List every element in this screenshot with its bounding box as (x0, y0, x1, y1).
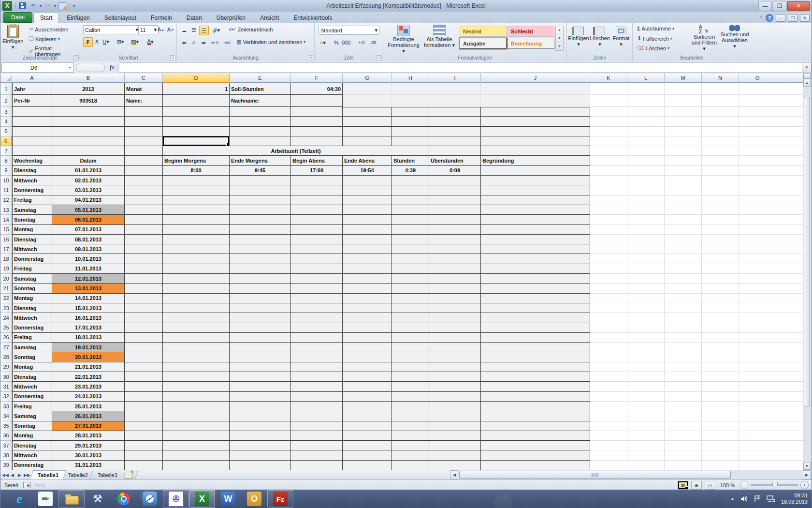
number-dialog-launcher[interactable]: ↘ (377, 55, 382, 60)
cell-F18[interactable] (291, 254, 343, 264)
cell-G37[interactable] (343, 441, 392, 450)
cell-M29[interactable] (665, 362, 702, 372)
cell-C16[interactable] (125, 235, 163, 244)
cell-M25[interactable] (665, 323, 702, 333)
cell-N14[interactable] (702, 215, 739, 224)
cell-N16[interactable] (702, 235, 739, 244)
cell-E24[interactable] (230, 313, 291, 323)
zoom-out-icon[interactable]: − (740, 481, 748, 489)
minimize-button[interactable]: — (758, 1, 772, 11)
cell-B23[interactable]: 15.01.2013 (52, 303, 125, 313)
cell-B11[interactable]: 03.01.2013 (52, 185, 125, 195)
cell-E37[interactable] (230, 441, 291, 450)
cell-J28[interactable] (481, 352, 590, 362)
font-dialog-launcher[interactable]: ↘ (170, 55, 175, 60)
cell-G13[interactable] (343, 205, 392, 215)
name-box-dropdown[interactable]: ▾ (66, 65, 73, 70)
clipboard-dialog-launcher[interactable]: ↘ (73, 55, 79, 60)
row-header-19[interactable]: 19 (0, 264, 12, 274)
cell-O8[interactable] (739, 156, 776, 165)
cell-C20[interactable] (125, 274, 163, 284)
cell-G15[interactable] (343, 225, 392, 235)
cell-D21[interactable] (163, 284, 230, 293)
cell-B17[interactable]: 09.01.2013 (52, 244, 125, 254)
column-header-G[interactable]: G (343, 74, 392, 83)
cell-B25[interactable]: 17.01.2013 (52, 323, 125, 333)
cell-J21[interactable] (481, 284, 590, 293)
cell-O34[interactable] (739, 411, 776, 421)
cell-F19[interactable] (291, 264, 343, 274)
cell-F6[interactable] (291, 136, 343, 146)
cell-M19[interactable] (665, 264, 702, 274)
cell-I39[interactable] (429, 461, 481, 470)
cell-O28[interactable] (739, 352, 776, 362)
cell-I11[interactable] (429, 185, 481, 195)
row-header-17[interactable]: 17 (0, 244, 12, 254)
row-header-4[interactable]: 4 (0, 117, 12, 126)
autosum-button[interactable]: ΣAutoSumme▾ (636, 25, 676, 32)
cell-G14[interactable] (343, 215, 392, 224)
cell-E4[interactable] (230, 117, 291, 126)
cell-I5[interactable] (429, 127, 481, 136)
cell-O32[interactable] (739, 392, 776, 402)
cell-N39[interactable] (702, 461, 739, 470)
cell-O24[interactable] (739, 313, 776, 323)
cell-P15[interactable] (776, 225, 804, 235)
cell-H28[interactable] (392, 352, 429, 362)
cell-K13[interactable] (590, 205, 627, 215)
cell-B1[interactable]: 2013 (52, 83, 125, 95)
cell-P18[interactable] (776, 254, 804, 264)
cell-L5[interactable] (627, 127, 665, 136)
alignment-dialog-launcher[interactable]: ↘ (308, 55, 313, 60)
cell-E2[interactable]: Nachname: (230, 95, 291, 107)
cell-B10[interactable]: 02.01.2013 (52, 176, 125, 185)
cell-D24[interactable] (163, 313, 230, 323)
cell-J6[interactable] (481, 136, 590, 146)
cell-J35[interactable] (481, 421, 590, 431)
row-header-31[interactable]: 31 (0, 382, 12, 391)
align-left-icon[interactable]: ⬅ (180, 38, 188, 47)
cell-L38[interactable] (627, 450, 665, 460)
cell-H20[interactable] (392, 274, 429, 284)
align-right-icon[interactable]: ➡ (199, 38, 208, 47)
cell-O35[interactable] (739, 421, 776, 431)
cell-G11[interactable] (343, 185, 392, 195)
cell-D4[interactable] (163, 117, 230, 126)
row-header-36[interactable]: 36 (0, 431, 12, 441)
cell-J19[interactable] (481, 264, 590, 274)
column-header-C[interactable]: C (125, 74, 163, 83)
paste-button[interactable]: Einfügen▾ (2, 25, 23, 50)
cell-L14[interactable] (627, 215, 665, 224)
cell-J5[interactable] (481, 127, 590, 136)
cell-B21[interactable]: 13.01.2013 (52, 284, 125, 293)
cell-E6[interactable] (230, 136, 291, 146)
cell-E20[interactable] (230, 274, 291, 284)
cell-M35[interactable] (665, 421, 702, 431)
scroll-down-icon[interactable]: ▼ (803, 462, 811, 470)
cell-E31[interactable] (230, 382, 291, 391)
cell-I38[interactable] (429, 450, 481, 460)
cut-button[interactable]: ✂Ausschneiden (28, 26, 70, 33)
cell-J17[interactable] (481, 244, 590, 254)
cell-H21[interactable] (392, 284, 429, 293)
cell-D31[interactable] (163, 382, 230, 391)
cell-C11[interactable] (125, 185, 163, 195)
cell-I22[interactable] (429, 294, 481, 303)
cell-D12[interactable] (163, 195, 230, 205)
cell-F30[interactable] (291, 372, 343, 382)
cell-I30[interactable] (429, 372, 481, 382)
cell-O3[interactable] (739, 107, 776, 117)
cell-M27[interactable] (665, 343, 702, 352)
cell-K33[interactable] (590, 402, 627, 411)
cell-N28[interactable] (702, 352, 739, 362)
taskbar-item-scroll-app[interactable]: ✇ (163, 490, 189, 508)
cell-L30[interactable] (627, 372, 665, 382)
cell-G28[interactable] (343, 352, 392, 362)
tab-überprüfen[interactable]: Überprüfen (210, 13, 252, 23)
cell-D27[interactable] (163, 343, 230, 352)
cell-D10[interactable] (163, 176, 230, 185)
cell-L6[interactable] (627, 136, 665, 146)
cell-M8[interactable] (665, 156, 702, 165)
cell-C34[interactable] (125, 411, 163, 421)
row-header-32[interactable]: 32 (0, 392, 12, 402)
